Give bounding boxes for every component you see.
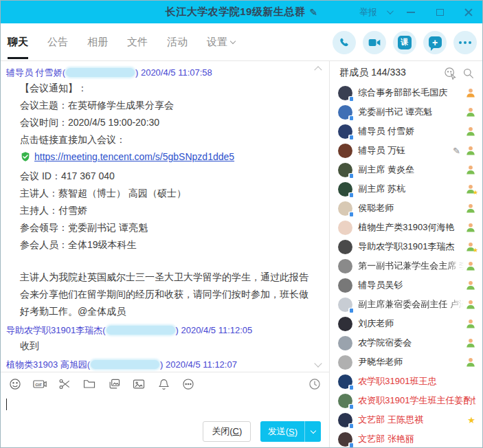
paren: ) [135,67,141,78]
image-icon[interactable] [131,377,146,392]
scroll-down-icon[interactable] [315,361,322,368]
paren: ( [63,67,65,78]
more-tools-icon[interactable] [181,377,196,392]
member-row[interactable]: 农学职31901班王忠 [330,372,482,391]
member-status-icons: ✎ [453,146,475,155]
mobile-online-badge [348,135,354,140]
message-text: 会议时间：2020/4/5 19:00-20:30 [20,117,159,128]
voice-call-button[interactable] [333,31,356,54]
member-row[interactable]: 侯聪老师 [330,199,482,218]
member-row[interactable]: 辅导员 万钰✎ [330,141,482,160]
member-name: 副主席 苏杭 [358,183,466,195]
member-row[interactable]: 农学院宿委会 [330,333,482,352]
search-icon[interactable] [460,65,475,80]
screen-share-icon[interactable] [106,377,122,392]
edit-title-icon[interactable]: ✎ [309,7,317,18]
tab-设置[interactable]: 设置 [207,23,235,60]
member-name: 农学职31901班王忠 [358,375,475,388]
member-row[interactable]: 综合事务部部长毛国庆 [330,83,482,102]
member-row[interactable]: 文艺部 张艳丽 [330,429,482,448]
screenshot-icon[interactable] [57,377,72,392]
member-status-icons [466,300,475,309]
member-row[interactable]: 副主席 黄炎垒 [330,160,482,179]
folder-icon[interactable] [82,377,97,392]
member-row[interactable]: 尹晓华老师 [330,352,482,372]
member-row[interactable]: 刘庆老师 [330,314,482,333]
tab-label: 聊天 [8,36,28,49]
mobile-online-badge [348,96,354,102]
tab-相册[interactable]: 相册 [87,23,108,60]
send-button[interactable]: 发送(S) [260,421,321,442]
minimize-button[interactable] [401,4,420,21]
member-row[interactable]: 第一副书记兼学生会主席 李 [330,256,482,276]
close-window-button[interactable] [459,4,478,21]
emoji-icon[interactable] [8,377,23,392]
link-shield-icon [20,150,31,168]
video-call-icon [368,37,381,48]
member-row[interactable]: 副主席兼宿委会副主任 卢泽 [330,295,482,314]
sender-name[interactable]: 辅导员 付雪娇 [6,67,63,78]
member-status-icons [466,126,475,136]
scroll-up-icon[interactable] [315,65,322,72]
bell-icon[interactable] [156,377,171,392]
member-name: 植物生产类31903何海艳 [358,221,466,234]
member-icon [466,146,475,155]
send-button-label: 发送(S) [260,421,304,442]
sender-name[interactable]: 导助农学职31901李瑞杰 [6,325,102,335]
message-history-icon[interactable] [307,377,322,392]
member-icon [466,223,475,232]
message-line: 点击链接直接加入会议： [20,131,311,148]
member-status-icons: ★ [467,416,475,425]
add-app-button[interactable]: + [423,31,447,54]
tab-文件[interactable]: 文件 [127,23,148,60]
member-status-icons [466,338,475,348]
member-status-icons: ★ [466,242,475,251]
member-row[interactable]: 文艺部 王陈思祺★ [330,410,482,429]
tab-label: 公告 [47,36,68,49]
close-button[interactable]: 关闭(C) [203,421,251,442]
member-icon [466,126,475,136]
message-line: 主讲人：蔡智超（博士） 高园（硕士） [20,185,311,202]
member-avatar [338,182,352,197]
send-options-chevron[interactable] [304,421,321,442]
message-body: 收到 [6,337,311,355]
maximize-button[interactable] [430,4,449,21]
chat-message-area[interactable]: 辅导员 付雪娇() 2020/4/5 11:07:58【会议通知】：会议主题：在… [1,61,329,372]
message-line: 参会人员：全体19级本科生 [20,236,311,254]
member-avatar [338,124,352,139]
tab-聊天[interactable]: 聊天 [8,23,28,60]
gif-icon[interactable]: GIF [32,377,47,392]
member-row[interactable]: 农资职31901学生班主任姜酌悦 [330,391,482,410]
message-sender-line: 导助农学职31901李瑞杰() 2020/4/5 11:12:05 [6,323,311,337]
member-status-icons [466,88,475,98]
member-row[interactable]: 导助农学职31901李瑞杰★ [330,237,482,256]
tab-活动[interactable]: 活动 [167,23,188,60]
mobile-online-badge [348,443,354,448]
sender-name[interactable]: 植物类31903 高旭园 [6,359,87,370]
more-actions-button[interactable] [453,31,477,54]
member-avatar [338,163,352,177]
report-button[interactable]: 举报 [359,6,377,19]
tab-公告[interactable]: 公告 [47,23,68,60]
meeting-link[interactable]: https://meeting.tencent.com/s/5gbSNpzd1d… [34,151,234,162]
video-call-button[interactable] [363,31,386,54]
member-row[interactable]: 辅导员吴钐 [330,276,482,295]
member-icon [466,319,475,328]
star-icon: ★ [473,247,478,254]
admin-member-icon [466,88,475,98]
member-row[interactable]: 植物生产类31903何海艳 [330,218,482,237]
invite-icon[interactable] [442,65,458,80]
member-row[interactable]: 党委副书记 谭亮魁 [330,102,482,122]
report-chevron-icon[interactable] [387,8,394,14]
class-button[interactable]: 课 [393,31,416,54]
member-status-icons [466,261,475,271]
member-row[interactable]: 辅导员 付雪娇 [330,122,482,141]
member-name: 尹晓华老师 [358,356,466,368]
member-icon [466,280,475,290]
paragraph-gap [20,254,311,269]
chat-panel: 辅导员 付雪娇() 2020/4/5 11:07:58【会议通知】：会议主题：在… [1,61,330,448]
member-status-icons [466,280,475,290]
class-icon: 课 [398,36,412,49]
member-row[interactable]: 副主席 苏杭★ [330,179,482,199]
message-input[interactable] [1,396,329,420]
